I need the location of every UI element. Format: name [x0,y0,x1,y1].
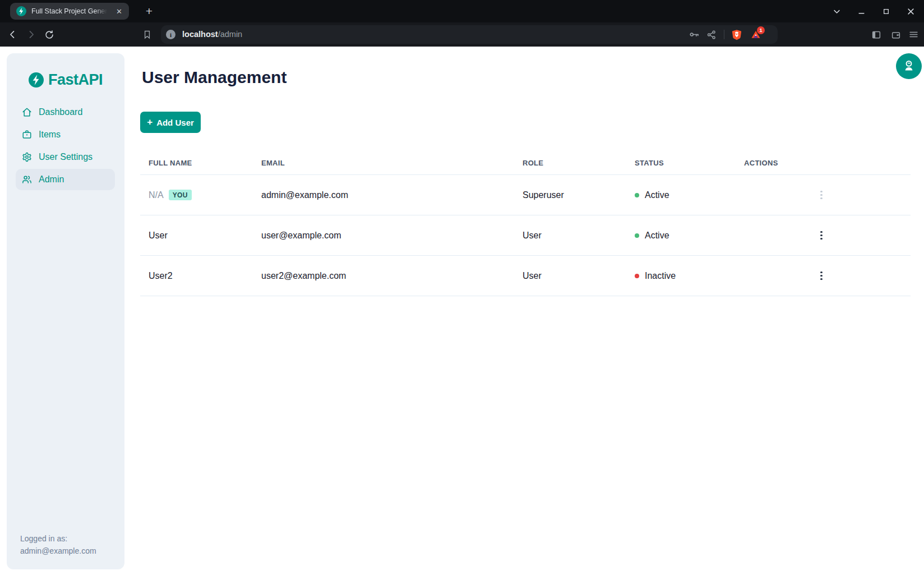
you-badge: YOU [169,190,192,200]
sidebar-nav: Dashboard Items User Settings Admin [16,101,115,191]
cell-full-name: User [149,231,168,241]
fastapi-logo-icon [29,72,44,88]
gear-icon [22,152,32,162]
header-status: STATUS [635,159,744,167]
tab-search-chevron-icon[interactable] [829,3,844,19]
browser-tab[interactable]: Full Stack Project Generator ✕ [10,3,129,20]
reload-icon[interactable] [44,22,55,47]
wallet-icon[interactable] [890,22,902,47]
fastapi-favicon-icon [16,6,26,16]
fastapi-logo-text: FastAPI [48,71,103,89]
url-text[interactable]: localhost/admin [182,25,242,44]
cell-email: user@example.com [261,231,523,241]
sidebar-item-dashboard[interactable]: Dashboard [16,101,115,123]
row-actions-kebab-icon[interactable] [815,268,828,284]
sidebar: FastAPI Dashboard Items User Settings [7,53,124,569]
cell-full-name: N/A [149,190,164,200]
cell-status: Active [645,231,669,241]
browser-tab-strip: Full Stack Project Generator ✕ + [0,0,924,22]
header-full-name: FULL NAME [149,159,261,167]
cell-full-name: User2 [149,271,173,281]
table-row: User user@example.com User Active [140,215,911,256]
plus-icon: + [147,117,153,128]
browser-toolbar: i localhost/admin 1 [0,22,924,47]
status-dot-active [635,233,639,238]
sidebar-item-label: User Settings [39,152,93,162]
share-icon[interactable] [705,29,717,40]
url-host: localhost [182,30,218,39]
sidebar-item-user-settings[interactable]: User Settings [16,146,115,168]
bookmark-icon[interactable] [141,22,153,47]
status-dot-inactive [635,274,639,278]
logged-in-footer: Logged in as: admin@example.com [20,532,96,557]
toolbar-divider [724,30,724,39]
rewards-badge: 1 [757,26,765,34]
table-header-row: FULL NAME EMAIL ROLE STATUS ACTIONS [140,143,911,175]
back-icon[interactable] [7,22,18,47]
brave-rewards-icon[interactable]: 1 [750,29,761,40]
row-actions-kebab-icon[interactable] [815,187,828,203]
logged-in-email: admin@example.com [20,545,96,557]
cell-role: User [523,271,635,281]
header-actions: ACTIONS [744,159,911,167]
row-actions-kebab-icon[interactable] [815,228,828,243]
admin-page: FastAPI Dashboard Items User Settings [0,47,924,575]
sidebar-item-admin[interactable]: Admin [16,169,115,190]
page-title: User Management [142,68,287,87]
key-icon[interactable] [689,29,700,40]
status-dot-active [635,193,639,197]
site-info-icon[interactable]: i [166,30,175,39]
maximize-icon[interactable] [878,3,894,19]
cell-email: user2@example.com [261,271,523,281]
window-controls [829,0,918,22]
sidebar-item-items[interactable]: Items [16,123,115,146]
sidebar-item-label: Items [39,130,61,140]
home-icon [22,107,32,117]
url-path: /admin [218,30,243,39]
close-window-icon[interactable] [903,3,918,19]
add-user-button[interactable]: + Add User [140,112,201,133]
tab-close-icon[interactable]: ✕ [114,7,124,16]
cell-status: Inactive [645,271,676,281]
briefcase-icon [22,130,32,140]
brave-shield-icon[interactable] [731,29,742,40]
header-role: ROLE [523,159,635,167]
add-user-label: Add User [156,118,194,127]
sidebar-item-label: Admin [39,174,64,185]
logged-in-label: Logged in as: [20,532,96,545]
user-avatar-button[interactable] [896,53,922,79]
side-panel-icon[interactable] [871,22,882,47]
users-table: FULL NAME EMAIL ROLE STATUS ACTIONS N/A … [140,143,911,296]
cell-role: User [523,231,635,241]
cell-email: admin@example.com [261,190,523,200]
address-bar[interactable]: i localhost/admin 1 [161,25,778,44]
cell-status: Active [645,190,669,200]
header-email: EMAIL [261,159,523,167]
cell-role: Superuser [523,190,635,200]
tab-title: Full Stack Project Generator [31,7,109,15]
table-row: N/A YOU admin@example.com Superuser Acti… [140,175,911,215]
fastapi-logo: FastAPI [7,71,124,89]
users-icon [22,174,32,185]
new-tab-button[interactable]: + [141,3,157,19]
forward-icon[interactable] [25,22,36,47]
user-avatar-icon [902,59,916,74]
table-row: User2 user2@example.com User Inactive [140,256,911,296]
sidebar-item-label: Dashboard [39,107,82,117]
minimize-icon[interactable] [853,3,869,19]
menu-icon[interactable] [908,22,919,47]
